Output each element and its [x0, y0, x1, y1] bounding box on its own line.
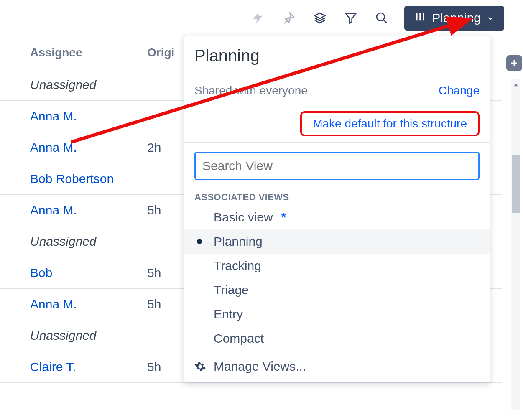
- make-default-link[interactable]: Make default for this structure: [313, 117, 467, 130]
- right-gutter: [508, 50, 523, 410]
- selected-dot-icon: [197, 239, 202, 244]
- assignee-link[interactable]: Anna M.: [30, 109, 77, 123]
- manage-views-link[interactable]: Manage Views...: [184, 351, 490, 382]
- view-item[interactable]: Tracking: [184, 254, 490, 278]
- add-column-button[interactable]: [506, 55, 522, 71]
- assignee-link[interactable]: Anna M.: [30, 297, 77, 311]
- assignee-link[interactable]: Bob Robertson: [30, 172, 114, 186]
- view-list: Basic view*PlanningTrackingTriageEntryCo…: [184, 205, 490, 351]
- view-selector-button[interactable]: Planning: [404, 6, 504, 31]
- toolbar: Planning: [250, 0, 504, 36]
- assignee-link[interactable]: Anna M.: [30, 140, 77, 154]
- share-status-text: Shared with everyone: [194, 84, 308, 97]
- view-item[interactable]: Entry: [184, 302, 490, 326]
- view-item[interactable]: Planning: [184, 229, 490, 254]
- manage-views-label: Manage Views...: [214, 359, 306, 374]
- panel-title: Planning: [184, 36, 490, 76]
- scroll-thumb[interactable]: [512, 155, 520, 213]
- change-sharing-link[interactable]: Change: [439, 84, 480, 97]
- chevron-down-icon: [487, 11, 494, 25]
- columns-icon: [414, 11, 426, 25]
- assignee-unassigned: Unassigned: [30, 234, 96, 248]
- column-header-assignee[interactable]: Assignee: [30, 46, 147, 59]
- scroll-up-arrow[interactable]: [511, 79, 520, 91]
- svg-point-0: [377, 13, 385, 21]
- view-item[interactable]: Triage: [184, 278, 490, 302]
- view-dropdown-panel: Planning Shared with everyone Change Mak…: [184, 36, 490, 382]
- assignee-link[interactable]: Bob: [30, 266, 52, 280]
- automation-icon[interactable]: [250, 10, 266, 26]
- view-item-label: Triage: [214, 283, 249, 297]
- assignee-link[interactable]: Anna M.: [30, 203, 77, 217]
- associated-views-label: ASSOCIATED VIEWS: [184, 184, 490, 205]
- view-item-label: Compact: [214, 331, 264, 346]
- view-item-label: Planning: [214, 234, 263, 249]
- view-item-label: Entry: [214, 307, 243, 321]
- view-selector-label: Planning: [432, 11, 481, 25]
- view-item[interactable]: Basic view*: [184, 205, 490, 229]
- assignee-link[interactable]: Claire T.: [30, 360, 76, 374]
- view-item-label: Tracking: [214, 259, 261, 273]
- pin-icon[interactable]: [281, 10, 297, 26]
- search-icon[interactable]: [373, 10, 390, 26]
- default-star-icon: *: [281, 211, 286, 224]
- vertical-scrollbar[interactable]: [511, 79, 520, 410]
- filter-icon[interactable]: [342, 10, 359, 26]
- search-view-input[interactable]: [194, 152, 480, 180]
- make-default-highlight: Make default for this structure: [300, 111, 480, 136]
- view-item[interactable]: Compact: [184, 326, 490, 351]
- layers-icon[interactable]: [311, 10, 328, 26]
- gear-icon: [194, 361, 206, 372]
- view-item-label: Basic view: [214, 210, 273, 224]
- assignee-unassigned: Unassigned: [30, 328, 96, 342]
- assignee-unassigned: Unassigned: [30, 78, 96, 92]
